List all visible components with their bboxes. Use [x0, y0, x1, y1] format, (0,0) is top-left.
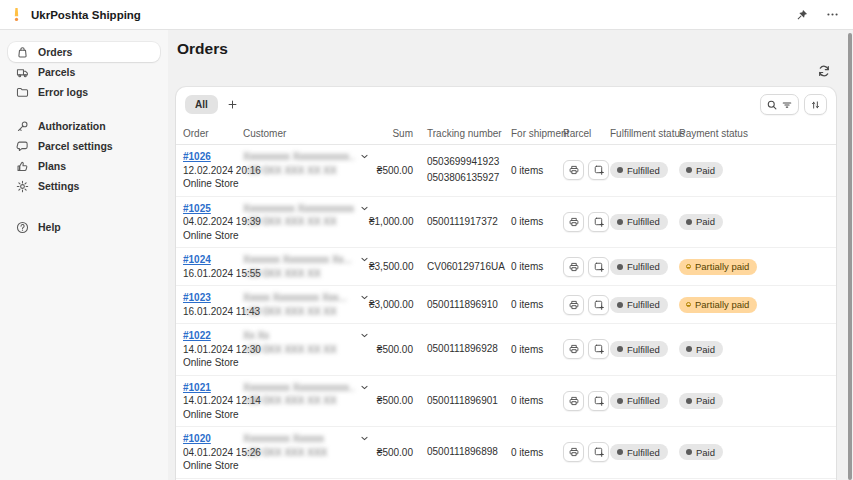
- sidebar-item-error-logs[interactable]: Error logs: [8, 82, 160, 102]
- sidebar-item-parcel-settings[interactable]: Parcel settings: [8, 136, 160, 156]
- tracking-number: CV060129716UA: [427, 262, 511, 272]
- sidebar-item-orders[interactable]: Orders: [8, 42, 160, 62]
- order-number-link[interactable]: #1026: [183, 151, 211, 162]
- orders-table-body: #1026 12.02.2024 20:16 Online Store Xxxx…: [176, 145, 836, 480]
- create-parcel-icon[interactable]: [588, 257, 609, 277]
- add-tab-button[interactable]: [222, 94, 244, 115]
- customer-cell: Xx Xx +38 0XX XXX XX XX: [243, 329, 369, 356]
- tracking-cell: CV060129716UA: [413, 262, 511, 272]
- for-shipment-count: 0 items: [511, 395, 563, 406]
- bag-icon: [16, 46, 29, 59]
- sidebar-item-plans[interactable]: Plans: [8, 156, 160, 176]
- order-date: 12.02.2024 20:16: [183, 164, 243, 178]
- status-dot-icon: [617, 398, 623, 404]
- tracking-number: 0500111896901: [427, 396, 511, 406]
- fulfillment-status-label: Fulfilled: [627, 261, 660, 272]
- print-label-icon[interactable]: [563, 257, 584, 277]
- refresh-icon[interactable]: [812, 60, 836, 82]
- vertical-scrollbar[interactable]: [848, 33, 852, 480]
- status-dot-icon: [686, 398, 692, 404]
- create-parcel-icon[interactable]: [588, 160, 609, 180]
- fulfillment-status-label: Fulfilled: [627, 165, 660, 176]
- order-number-link[interactable]: #1025: [183, 203, 211, 214]
- chevron-down-icon[interactable]: [360, 331, 369, 340]
- chevron-down-icon[interactable]: [360, 434, 369, 443]
- customer-phone-redacted: +38 0XX XXX XX XX: [243, 164, 355, 178]
- fulfillment-status-label: Fulfilled: [627, 344, 660, 355]
- sidebar-group-help: Help: [8, 217, 160, 237]
- chevron-down-icon[interactable]: [360, 293, 369, 302]
- chevron-down-icon[interactable]: [360, 204, 369, 213]
- order-number-link[interactable]: #1023: [183, 292, 211, 303]
- sidebar-item-help[interactable]: Help: [8, 217, 160, 237]
- fulfillment-status-badge: Fulfilled: [610, 259, 668, 275]
- status-dot-icon: [686, 264, 691, 269]
- sidebar-item-label: Authorization: [38, 120, 106, 132]
- customer-phone-redacted: +38 0XX XXX XX XX: [243, 215, 355, 229]
- thumbs-up-icon: [16, 160, 29, 173]
- order-number-link[interactable]: #1021: [183, 382, 211, 393]
- chevron-down-icon[interactable]: [360, 255, 369, 264]
- status-dot-icon: [617, 346, 623, 352]
- key-icon: [16, 120, 29, 133]
- col-header-shipment: For shipment: [511, 128, 563, 139]
- customer-name-redacted: Xxxxxxxxx Xxxxxx: [243, 432, 355, 446]
- print-label-icon[interactable]: [563, 295, 584, 315]
- print-label-icon[interactable]: [563, 339, 584, 359]
- sidebar-item-label: Parcels: [38, 66, 75, 78]
- order-sum: ₴500.00: [369, 447, 413, 458]
- for-shipment-count: 0 items: [511, 447, 563, 458]
- create-parcel-icon[interactable]: [588, 295, 609, 315]
- payment-status-label: Paid: [696, 344, 715, 355]
- order-date: 04.01.2024 15:26: [183, 446, 243, 460]
- chevron-down-icon[interactable]: [360, 383, 369, 392]
- sort-icon[interactable]: [804, 94, 827, 115]
- order-sum: ₴1,000.00: [369, 216, 413, 227]
- print-label-icon[interactable]: [563, 160, 584, 180]
- order-number-link[interactable]: #1024: [183, 254, 211, 265]
- sidebar-item-authorization[interactable]: Authorization: [8, 116, 160, 136]
- sidebar-item-settings[interactable]: Settings: [8, 176, 160, 196]
- chat-icon: [16, 140, 29, 153]
- order-channel: Online Store: [183, 459, 243, 473]
- print-label-icon[interactable]: [563, 212, 584, 232]
- tracking-number: 0500111896928: [427, 344, 511, 354]
- order-number-link[interactable]: #1020: [183, 433, 211, 444]
- col-header-customer: Customer: [243, 128, 369, 139]
- create-parcel-icon[interactable]: [588, 442, 609, 462]
- fulfillment-status-label: Fulfilled: [627, 447, 660, 458]
- tab-all[interactable]: All: [185, 95, 218, 114]
- search-icon: [766, 99, 778, 111]
- for-shipment-count: 0 items: [511, 216, 563, 227]
- tracking-cell: 0500111896910: [413, 300, 511, 310]
- create-parcel-icon[interactable]: [588, 339, 609, 359]
- order-date: 14.01.2024 12:30: [183, 343, 243, 357]
- table-row: #1023 16.01.2024 11:43 Xxxxx Xxxxxxxxx X…: [176, 286, 836, 324]
- status-dot-icon: [686, 167, 692, 173]
- customer-name-redacted: Xxxxx Xxxxxxxxx Xxx...: [243, 291, 355, 305]
- fulfillment-status-badge: Fulfilled: [610, 297, 668, 313]
- create-parcel-icon[interactable]: [588, 391, 609, 411]
- create-parcel-icon[interactable]: [588, 212, 609, 232]
- fulfillment-status-label: Fulfilled: [627, 299, 660, 310]
- more-options-icon[interactable]: [824, 6, 841, 23]
- order-sum: ₴3,500.00: [369, 261, 413, 272]
- search-filter-button[interactable]: [760, 94, 799, 115]
- tracking-number: 0500111917372: [427, 217, 511, 227]
- pin-icon[interactable]: [794, 7, 810, 23]
- sidebar-item-parcels[interactable]: Parcels: [8, 62, 160, 82]
- fulfillment-status-label: Fulfilled: [627, 216, 660, 227]
- chevron-down-icon[interactable]: [360, 152, 369, 161]
- print-label-icon[interactable]: [563, 391, 584, 411]
- order-number-link[interactable]: #1022: [183, 330, 211, 341]
- tracking-cell: 05036999419230503806135927: [413, 157, 511, 183]
- table-row: #1020 04.01.2024 15:26 Online Store Xxxx…: [176, 427, 836, 479]
- order-date: 14.01.2024 12:14: [183, 394, 243, 408]
- status-dot-icon: [686, 219, 692, 225]
- col-header-fulfillment: Fulfillment status: [610, 128, 679, 139]
- print-label-icon[interactable]: [563, 442, 584, 462]
- table-row: #1021 14.01.2024 12:14 Online Store Xxxx…: [176, 376, 836, 428]
- status-dot-icon: [617, 302, 623, 308]
- status-dot-icon: [686, 449, 692, 455]
- sidebar-item-label: Parcel settings: [38, 140, 113, 152]
